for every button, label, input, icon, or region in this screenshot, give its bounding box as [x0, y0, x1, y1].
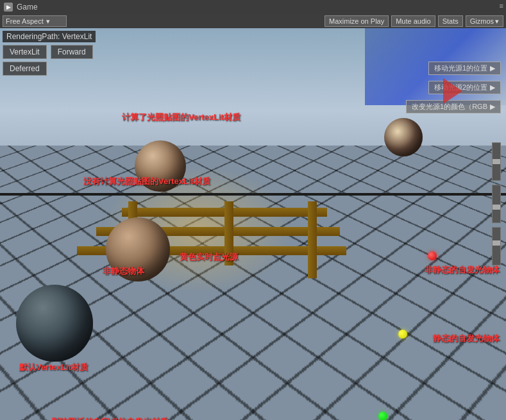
- move-light1-button[interactable]: 移动光源1的位置 ▶: [428, 62, 501, 75]
- move-light2-arrow: ▶: [490, 83, 495, 92]
- wall-vertical-2: [224, 201, 233, 265]
- toolbar: Free Aspect ▾ Maximize on Play Mute audi…: [0, 14, 506, 28]
- window-menu-button[interactable]: ≡: [500, 2, 503, 10]
- sphere-top-right: [384, 118, 423, 156]
- deferred-button[interactable]: Deferred: [3, 62, 47, 76]
- game-icon: ▶: [4, 3, 13, 12]
- move-light1-arrow: ▶: [490, 64, 495, 72]
- slider-3-thumb[interactable]: [493, 240, 500, 246]
- game-viewport: RenderingPath: VertexLit VertexLit Forwa…: [0, 28, 506, 420]
- slider-3[interactable]: [492, 227, 501, 265]
- stats-button[interactable]: Stats: [438, 15, 463, 27]
- sphere-green-dot: [378, 412, 387, 420]
- sphere-middle: [135, 140, 186, 192]
- forward-button[interactable]: Forward: [51, 45, 93, 59]
- aspect-dropdown-arrow: ▾: [46, 17, 50, 26]
- aspect-dropdown[interactable]: Free Aspect ▾: [3, 15, 67, 27]
- sphere-yellow-dot: [398, 330, 407, 339]
- rendering-path-label: RenderingPath: VertexLit: [3, 31, 96, 42]
- vertexlit-button[interactable]: VertexLit: [3, 45, 47, 59]
- sliders-container: [492, 142, 501, 265]
- mute-audio-button[interactable]: Mute audio: [391, 15, 435, 27]
- gizmos-button[interactable]: Gizmos ▾: [466, 15, 503, 27]
- light-indicator-arrow: [443, 78, 462, 104]
- sphere-red-dot: [428, 251, 437, 260]
- sphere-large: [106, 217, 170, 281]
- aspect-label: Free Aspect: [6, 17, 44, 25]
- change-color-arrow: ▶: [490, 103, 495, 111]
- wall-vertical-3: [308, 201, 317, 278]
- grid-floor: [0, 146, 506, 420]
- slider-2-thumb[interactable]: [493, 205, 500, 210]
- move-light2-button[interactable]: 移动光源2的位置 ▶: [428, 81, 501, 94]
- sphere-bottom-left: [16, 285, 93, 362]
- slider-2[interactable]: [492, 185, 501, 223]
- slider-1-thumb[interactable]: [493, 159, 500, 164]
- window-title: Game: [17, 3, 38, 12]
- move-light1-label: 移动光源1的位置: [434, 63, 487, 73]
- scene-block-1: [0, 193, 506, 196]
- render-mode-buttons: VertexLit Forward Deferred: [3, 45, 93, 59]
- maximize-on-play-button[interactable]: Maximize on Play: [325, 15, 389, 27]
- slider-1[interactable]: [492, 142, 501, 181]
- game-window: ▶ Game ≡ Free Aspect ▾ Maximize on Play …: [0, 0, 506, 420]
- title-bar: ▶ Game ≡: [0, 0, 506, 14]
